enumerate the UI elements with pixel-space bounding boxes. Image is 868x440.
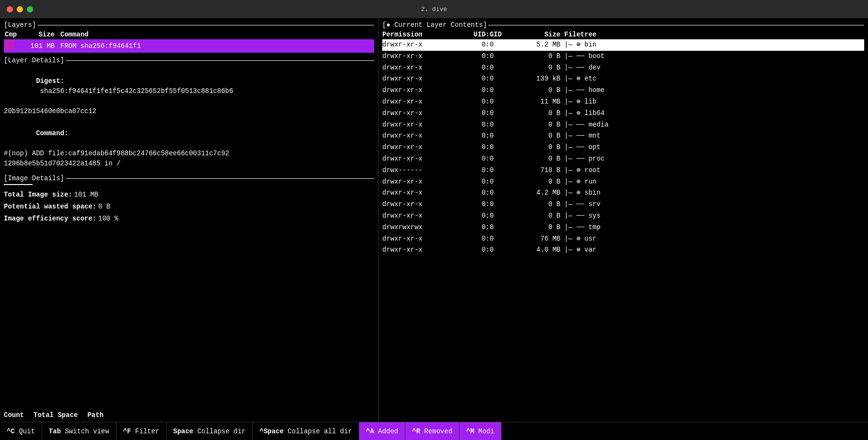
- command-label: Command:: [36, 129, 68, 137]
- row-permission: drwxr-xr-x: [382, 187, 459, 199]
- row-permission: drwx------: [382, 165, 459, 176]
- close-button[interactable]: [7, 6, 13, 12]
- filetree-row[interactable]: drwxr-xr-x 0:0 4.2 MB |— ⊕ sbin: [382, 187, 864, 199]
- current-layer-header-text: [● Current Layer Contents]: [382, 21, 487, 29]
- statusbar-item[interactable]: ^C Quit: [0, 422, 42, 440]
- row-size: 0 B: [516, 62, 564, 74]
- total-size-row: Total Image size: 101 MB: [4, 189, 374, 201]
- row-uid-gid: 0:0: [459, 165, 516, 176]
- col-size: Size: [22, 31, 60, 38]
- statusbar-key: ^M: [466, 428, 474, 435]
- row-permission: drwxr-xr-x: [382, 130, 459, 142]
- row-permission: drwxrwxrwx: [382, 222, 459, 233]
- row-uid-gid: 0:0: [459, 187, 516, 199]
- row-uid-gid: 0:0: [459, 96, 516, 108]
- statusbar-item[interactable]: ^M Modi: [459, 422, 502, 440]
- statusbar-item[interactable]: Tab Switch view: [42, 422, 116, 440]
- statusbar: ^C QuitTab Switch view^F FilterSpace Col…: [0, 422, 868, 440]
- col-cmp: Cmp: [5, 31, 22, 38]
- row-filename: |— ── srv: [564, 199, 864, 210]
- row-size: 0 B: [516, 199, 564, 210]
- row-filename: |— ── proc: [564, 153, 864, 165]
- row-permission: drwxr-xr-x: [382, 210, 459, 222]
- row-size: 0 B: [516, 51, 564, 62]
- command-value-line1: #(nop) ADD file:caf91edab64f988bc24766c5…: [4, 149, 374, 159]
- layer-size-cell: 101 MB: [22, 42, 60, 50]
- filetree-row[interactable]: drwxr-xr-x 0:0 0 B |— ── srv: [382, 199, 864, 210]
- row-filename: |— ⊕ sbin: [564, 187, 864, 199]
- row-size: 76 MB: [516, 233, 564, 245]
- statusbar-label: Switch view: [65, 428, 109, 435]
- row-filename: |— ⊕ etc: [564, 73, 864, 85]
- filetree-row[interactable]: drwxr-xr-x 0:0 5.2 MB |— ⊕ bin: [382, 39, 864, 51]
- filetree-row[interactable]: drwxr-xr-x 0:0 0 B |— ── opt: [382, 142, 864, 153]
- row-size: 0 B: [516, 130, 564, 142]
- filetree-row[interactable]: drwxrwxrwx 0:0 0 B |— ── tmp: [382, 222, 864, 233]
- statusbar-key: ^A: [366, 428, 374, 435]
- row-filename: |— ⊕ bin: [564, 39, 864, 51]
- row-uid-gid: 0:0: [459, 222, 516, 233]
- filetree-row[interactable]: drwxr-xr-x 0:0 0 B |— ── boot: [382, 51, 864, 62]
- statusbar-label: Added: [378, 428, 398, 435]
- filetree-row[interactable]: drwxr-xr-x 0:0 0 B |— ── media: [382, 119, 864, 131]
- row-uid-gid: 0:0: [459, 73, 516, 85]
- filetree-row[interactable]: drwxr-xr-x 0:0 0 B |— ── mnt: [382, 130, 864, 142]
- current-layer-header: [● Current Layer Contents]: [382, 21, 864, 29]
- filetree-row[interactable]: drwxr-xr-x 0:0 76 MB |— ⊕ usr: [382, 233, 864, 245]
- titlebar: 2. dive: [0, 0, 868, 18]
- statusbar-key: Space: [173, 428, 194, 435]
- row-size: 0 B: [516, 142, 564, 153]
- row-uid-gid: 0:0: [459, 153, 516, 165]
- filetree-row[interactable]: drwxr-xr-x 0:0 0 B |— ── proc: [382, 153, 864, 165]
- row-permission: drwxr-xr-x: [382, 142, 459, 153]
- row-permission: drwxr-xr-x: [382, 153, 459, 165]
- row-size: 5.2 MB: [516, 39, 564, 51]
- cmp-indicator: [5, 40, 14, 50]
- filetree-row[interactable]: drwxr-xr-x 0:0 139 kB |— ⊕ etc: [382, 73, 864, 85]
- statusbar-item[interactable]: ^F Filter: [116, 422, 167, 440]
- digest-value: sha256:f94641f1fe1f5c42c325652bf55f0513c…: [36, 87, 233, 95]
- main-content: [Layers] Cmp Size Command 101 MB FROM sh…: [0, 18, 868, 422]
- maximize-button[interactable]: [27, 6, 33, 12]
- layer-cmp-cell: [5, 40, 22, 52]
- row-filename: |— ⊕ usr: [564, 233, 864, 245]
- row-size: 0 B: [516, 108, 564, 119]
- layer-row[interactable]: 101 MB FROM sha256:f94641f1: [4, 39, 374, 53]
- layers-section-header: [Layers]: [4, 21, 374, 29]
- row-filename: |— ── media: [564, 119, 864, 131]
- filetree-row[interactable]: drwx------ 0:0 718 B |— ⊕ root: [382, 165, 864, 176]
- filetree-row[interactable]: drwxr-xr-x 0:0 0 B |— ⊕ run: [382, 176, 864, 188]
- total-size-label: Total Image size:: [4, 189, 72, 201]
- command-value-line2: 1296b8e5b51d7023422a1485 in /: [4, 159, 374, 169]
- row-uid-gid: 0:0: [459, 119, 516, 131]
- filetree-row[interactable]: drwxr-xr-x 0:0 0 B |— ⊕ lib64: [382, 108, 864, 119]
- col-filetree: Filetree: [564, 31, 864, 38]
- statusbar-key: ^R: [412, 428, 420, 435]
- statusbar-item[interactable]: Space Collapse dir: [167, 422, 253, 440]
- col-command: Command: [60, 31, 89, 38]
- row-size: 0 B: [516, 85, 564, 96]
- filetree-row[interactable]: drwxr-xr-x 0:0 11 MB |— ⊕ lib: [382, 96, 864, 108]
- row-filename: |— ⊕ lib: [564, 96, 864, 108]
- filetree-row[interactable]: drwxr-xr-x 0:0 4.0 MB |— ⊕ var: [382, 244, 864, 256]
- col-uid-gid: UID:GID: [459, 31, 516, 38]
- row-size: 0 B: [516, 210, 564, 222]
- col-size-right: Size: [516, 31, 564, 38]
- row-permission: drwxr-xr-x: [382, 39, 459, 51]
- statusbar-key: ^F: [123, 428, 131, 435]
- layers-header-text: [Layers]: [4, 21, 36, 29]
- efficiency-value: 100 %: [98, 213, 118, 225]
- statusbar-item[interactable]: ^A Added: [359, 422, 405, 440]
- row-permission: drwxr-xr-x: [382, 85, 459, 96]
- filetree-row[interactable]: drwxr-xr-x 0:0 0 B |— ── sys: [382, 210, 864, 222]
- statusbar-item[interactable]: ^R Removed: [405, 422, 459, 440]
- layers-header-line: [38, 25, 374, 25]
- filetree-row[interactable]: drwxr-xr-x 0:0 0 B |— ── dev: [382, 62, 864, 74]
- filetree-row[interactable]: drwxr-xr-x 0:0 0 B |— ── home: [382, 85, 864, 96]
- minimize-button[interactable]: [17, 6, 23, 12]
- statusbar-key: ^Space: [260, 428, 284, 435]
- statusbar-item[interactable]: ^Space Collapse all dir: [253, 422, 359, 440]
- layer-details-header: [Layer Details]: [4, 57, 374, 64]
- row-permission: drwxr-xr-x: [382, 233, 459, 245]
- statusbar-label: Quit: [19, 428, 35, 435]
